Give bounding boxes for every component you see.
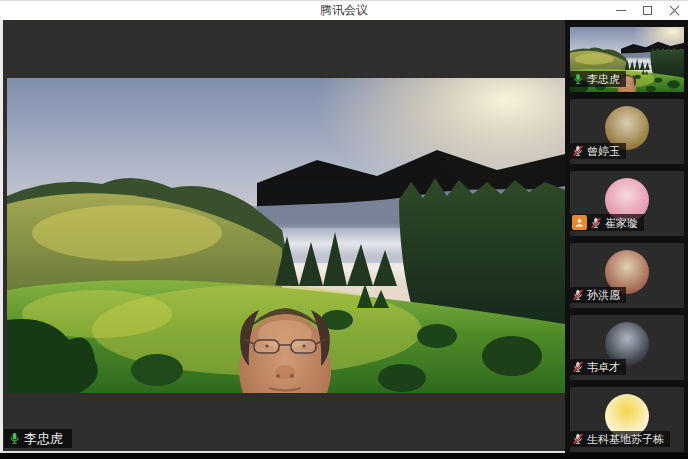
participants-sidebar: 李忠虎 曾婷玉	[565, 20, 688, 453]
mic-muted-icon	[572, 433, 584, 445]
main-video-landscape	[7, 78, 565, 393]
window-bottom-edge	[0, 453, 688, 459]
participant-label: 韦卓才	[570, 359, 626, 375]
mic-on-icon	[8, 432, 21, 445]
main-speaker-name: 李忠虎	[24, 431, 63, 446]
participant-label: 曾婷玉	[570, 143, 626, 159]
main-video-frame	[7, 78, 565, 393]
participant-name: 李忠虎	[587, 72, 620, 86]
mic-on-icon	[572, 73, 584, 85]
close-icon	[669, 5, 680, 16]
main-speaker-name-tag: 李忠虎	[4, 429, 72, 448]
participant-tile[interactable]: 曾婷玉	[570, 99, 684, 164]
participant-name: 孙洪愿	[587, 288, 620, 302]
mic-muted-icon	[590, 217, 602, 229]
participant-label: 孙洪愿	[570, 287, 626, 303]
mic-muted-icon	[572, 289, 584, 301]
participant-name: 生科基地苏子栋	[587, 432, 664, 446]
window-controls	[607, 1, 688, 20]
participant-label: 生科基地苏子栋	[570, 431, 670, 447]
maximize-icon	[643, 6, 652, 15]
meeting-window: 腾讯会议 李忠虎 李忠虎	[0, 0, 688, 459]
host-badge-icon	[572, 215, 587, 230]
participant-name: 韦卓才	[587, 360, 620, 374]
minimize-button[interactable]	[607, 1, 634, 20]
maximize-button[interactable]	[634, 1, 661, 20]
meeting-content: 李忠虎 李忠虎 曾婷玉	[0, 20, 688, 453]
participant-label: 李忠虎	[570, 71, 626, 87]
participant-name: 曾婷玉	[587, 144, 620, 158]
participant-tile[interactable]: 生科基地苏子栋	[570, 387, 684, 452]
participant-tile[interactable]: 李忠虎	[570, 27, 684, 92]
minimize-icon	[616, 10, 626, 11]
mic-muted-icon	[572, 361, 584, 373]
main-video-stage[interactable]: 李忠虎	[0, 20, 565, 453]
participant-tile[interactable]: 韦卓才	[570, 315, 684, 380]
participant-tile[interactable]: 孙洪愿	[570, 243, 684, 308]
window-title: 腾讯会议	[0, 1, 688, 20]
participant-name: 崔家璇	[605, 216, 638, 230]
participant-label: 崔家璇	[570, 214, 644, 231]
window-titlebar: 腾讯会议	[0, 0, 688, 20]
mic-muted-icon	[572, 145, 584, 157]
participant-tile[interactable]: 崔家璇	[570, 171, 684, 236]
close-button[interactable]	[661, 1, 688, 20]
